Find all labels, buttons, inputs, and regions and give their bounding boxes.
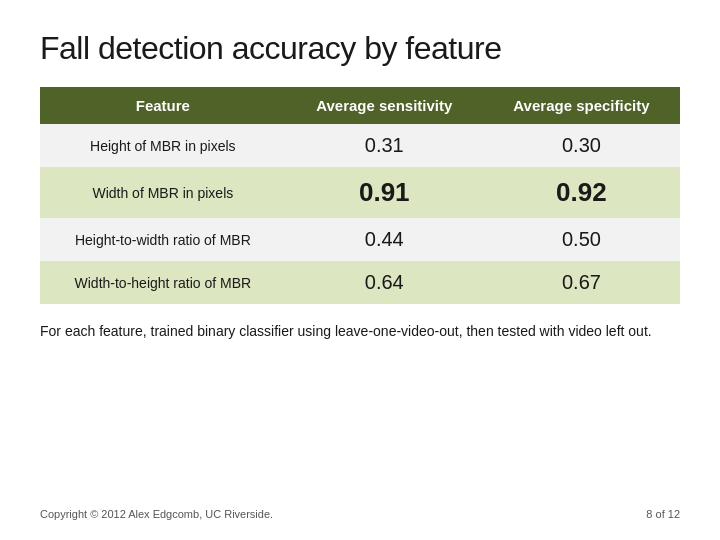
copyright-text: Copyright © 2012 Alex Edgcomb, UC Rivers…	[40, 508, 273, 520]
table-row: Height of MBR in pixels0.310.30	[40, 124, 680, 167]
page-title: Fall detection accuracy by feature	[40, 30, 680, 67]
cell-sensitivity: 0.91	[286, 167, 483, 218]
col-header-specificity: Average specificity	[483, 87, 680, 124]
table-row: Width of MBR in pixels0.910.92	[40, 167, 680, 218]
cell-specificity: 0.92	[483, 167, 680, 218]
footer-note: For each feature, trained binary classif…	[40, 322, 680, 342]
cell-feature: Height of MBR in pixels	[40, 124, 286, 167]
cell-sensitivity: 0.64	[286, 261, 483, 304]
table-row: Width-to-height ratio of MBR0.640.67	[40, 261, 680, 304]
cell-sensitivity: 0.31	[286, 124, 483, 167]
table-row: Height-to-width ratio of MBR0.440.50	[40, 218, 680, 261]
cell-feature: Width of MBR in pixels	[40, 167, 286, 218]
page-number: 8 of 12	[646, 508, 680, 520]
cell-specificity: 0.50	[483, 218, 680, 261]
table-header-row: Feature Average sensitivity Average spec…	[40, 87, 680, 124]
cell-feature: Width-to-height ratio of MBR	[40, 261, 286, 304]
copyright-bar: Copyright © 2012 Alex Edgcomb, UC Rivers…	[40, 508, 680, 520]
cell-specificity: 0.67	[483, 261, 680, 304]
data-table: Feature Average sensitivity Average spec…	[40, 87, 680, 304]
col-header-feature: Feature	[40, 87, 286, 124]
cell-feature: Height-to-width ratio of MBR	[40, 218, 286, 261]
col-header-sensitivity: Average sensitivity	[286, 87, 483, 124]
cell-sensitivity: 0.44	[286, 218, 483, 261]
cell-specificity: 0.30	[483, 124, 680, 167]
slide: Fall detection accuracy by feature Featu…	[0, 0, 720, 540]
